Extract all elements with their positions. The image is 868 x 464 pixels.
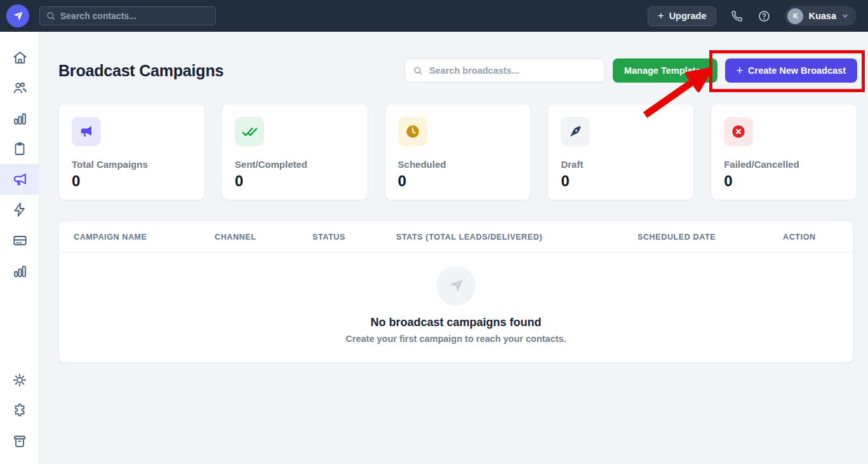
manage-templates-label: Manage Templates — [624, 65, 706, 76]
stat-label: Sent/Completed — [235, 159, 355, 170]
column-header-stats: Stats (Total Leads/Delivered) — [382, 233, 623, 242]
app-logo[interactable] — [6, 4, 29, 27]
empty-state-badge — [436, 266, 476, 306]
main-content: Broadcast Campaigns Manage Templates + C… — [39, 32, 868, 464]
megaphone-icon — [72, 117, 101, 146]
user-menu[interactable]: K Kuasa — [785, 6, 857, 26]
column-header-scheduled-date: Scheduled Date — [623, 233, 768, 242]
broadcast-search — [404, 58, 605, 83]
stats-row: Total Campaigns 0 Sent/Completed 0 Sched… — [58, 104, 857, 200]
clock-icon — [398, 117, 427, 146]
circle-x-icon — [724, 117, 753, 146]
stat-label: Draft — [561, 159, 681, 170]
empty-state-subtitle: Create your first campaign to reach your… — [345, 334, 566, 344]
stat-label: Failed/Cancelled — [724, 159, 844, 170]
sidebar-item-integrations[interactable] — [0, 395, 39, 426]
campaigns-table: Campaign Name Channel Status Stats (Tota… — [58, 221, 853, 363]
column-header-campaign-name: Campaign Name — [59, 233, 200, 242]
help-icon[interactable] — [758, 10, 771, 23]
contacts-search — [39, 6, 216, 25]
stat-card-draft: Draft 0 — [547, 104, 694, 200]
phone-icon[interactable] — [730, 10, 744, 23]
header-controls: Manage Templates + Create New Broadcast — [404, 58, 857, 83]
gear-icon — [12, 372, 27, 388]
column-header-channel: Channel — [200, 233, 298, 242]
sidebar-item-tasks[interactable] — [0, 133, 39, 164]
sidebar-item-archive[interactable] — [0, 426, 39, 456]
bar-chart-icon — [12, 111, 28, 126]
search-contacts-input[interactable] — [39, 6, 216, 25]
upgrade-label: Upgrade — [669, 11, 707, 21]
stat-label: Total Campaigns — [72, 159, 192, 170]
upgrade-button[interactable]: + Upgrade — [648, 6, 717, 26]
column-header-status: Status — [298, 233, 382, 242]
home-icon — [12, 50, 28, 65]
stat-value: 0 — [561, 172, 681, 190]
lightning-icon — [12, 202, 27, 217]
puzzle-icon — [12, 403, 27, 418]
table-header-row: Campaign Name Channel Status Stats (Tota… — [59, 221, 853, 253]
stat-value: 0 — [398, 172, 518, 190]
stat-card-scheduled: Scheduled 0 — [385, 104, 531, 200]
users-icon — [12, 80, 28, 96]
manage-templates-button[interactable]: Manage Templates — [613, 58, 718, 83]
send-plane-icon — [448, 278, 464, 294]
archive-icon — [12, 433, 27, 449]
sidebar-item-analytics[interactable] — [0, 103, 39, 133]
credit-card-icon — [12, 233, 28, 249]
avatar: K — [787, 8, 803, 24]
sidebar-spacer — [0, 286, 39, 365]
send-plane-icon — [13, 11, 23, 22]
page-title: Broadcast Campaigns — [58, 62, 224, 80]
topbar: + Upgrade K Kuasa — [0, 0, 868, 32]
app-screen: + Upgrade K Kuasa — [0, 0, 868, 464]
stat-label: Scheduled — [398, 159, 518, 170]
stat-value: 0 — [235, 172, 355, 190]
sidebar-item-settings[interactable] — [0, 365, 39, 395]
stat-card-failed-cancelled: Failed/Cancelled 0 — [711, 104, 857, 200]
sidebar-item-contacts[interactable] — [0, 72, 39, 103]
megaphone-icon — [12, 172, 28, 188]
user-name: Kuasa — [808, 11, 836, 21]
clipboard-icon — [12, 141, 27, 156]
plus-icon: + — [658, 10, 664, 22]
double-check-icon — [235, 117, 264, 146]
pen-nib-icon — [561, 117, 590, 146]
column-header-action: Action — [768, 233, 853, 242]
bar-chart-icon — [12, 263, 28, 279]
chevron-down-icon — [841, 12, 849, 20]
sidebar-item-billing[interactable] — [0, 225, 39, 256]
stat-value: 0 — [72, 172, 192, 190]
create-broadcast-label: Create New Broadcast — [748, 65, 846, 76]
create-new-broadcast-button[interactable]: + Create New Broadcast — [725, 58, 857, 83]
stat-card-total-campaigns: Total Campaigns 0 — [58, 104, 205, 200]
topbar-actions: + Upgrade K Kuasa — [648, 6, 857, 26]
sidebar-item-automation[interactable] — [0, 194, 39, 225]
stat-card-sent-completed: Sent/Completed 0 — [222, 104, 368, 200]
stat-value: 0 — [724, 172, 844, 190]
empty-state: No broadcast campaigns found Create your… — [59, 253, 853, 344]
plus-icon: + — [737, 64, 744, 78]
sidebar-item-reports[interactable] — [0, 256, 39, 286]
sidebar-item-home[interactable] — [0, 42, 39, 72]
sidebar-item-broadcast[interactable] — [0, 164, 39, 194]
empty-state-title: No broadcast campaigns found — [370, 316, 541, 329]
search-broadcasts-input[interactable] — [404, 58, 605, 83]
page-header: Broadcast Campaigns Manage Templates + C… — [58, 58, 857, 83]
sidebar — [0, 32, 39, 464]
